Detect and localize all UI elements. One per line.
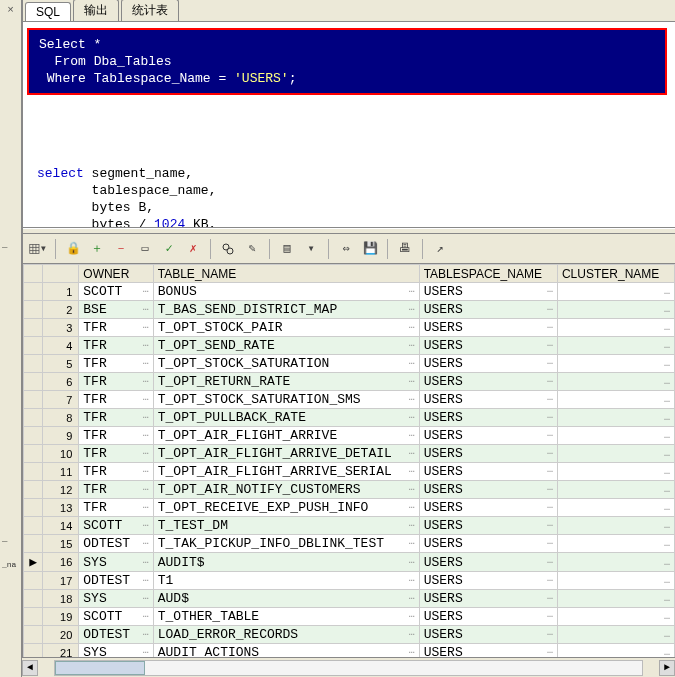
cell-cluster[interactable]: … bbox=[557, 319, 674, 337]
cell-editor-icon[interactable]: … bbox=[543, 374, 553, 385]
cell-tablespace[interactable]: USERS… bbox=[419, 337, 557, 355]
cell-tablespace[interactable]: USERS… bbox=[419, 481, 557, 499]
cell-owner[interactable]: TFR… bbox=[79, 499, 153, 517]
row-indicator-header[interactable] bbox=[24, 265, 43, 283]
table-row[interactable]: 14SCOTT…T_TEST_DM…USERS…… bbox=[24, 517, 675, 535]
cell-editor-icon[interactable]: … bbox=[405, 446, 415, 457]
cell-table-name[interactable]: T1… bbox=[153, 572, 419, 590]
grid-options-icon[interactable]: ▾ bbox=[29, 240, 47, 258]
row-indicator[interactable] bbox=[24, 517, 43, 535]
cell-owner[interactable]: SYS… bbox=[79, 590, 153, 608]
cell-tablespace[interactable]: USERS… bbox=[419, 644, 557, 658]
cell-owner[interactable]: SYS… bbox=[79, 553, 153, 572]
row-number[interactable]: 17 bbox=[43, 572, 79, 590]
cell-editor-icon[interactable]: … bbox=[543, 338, 553, 349]
cell-editor-icon[interactable]: … bbox=[660, 629, 670, 640]
row-indicator[interactable] bbox=[24, 608, 43, 626]
cell-editor-icon[interactable]: … bbox=[660, 376, 670, 387]
cell-cluster[interactable]: … bbox=[557, 463, 674, 481]
cell-editor-icon[interactable]: … bbox=[543, 464, 553, 475]
row-indicator[interactable] bbox=[24, 319, 43, 337]
cell-editor-icon[interactable]: … bbox=[660, 538, 670, 549]
cell-editor-icon[interactable]: … bbox=[139, 446, 149, 457]
row-indicator[interactable] bbox=[24, 481, 43, 499]
cell-editor-icon[interactable]: … bbox=[543, 410, 553, 421]
row-indicator[interactable] bbox=[24, 337, 43, 355]
row-number[interactable]: 3 bbox=[43, 319, 79, 337]
table-row[interactable]: 8TFR…T_OPT_PULLBACK_RATE…USERS…… bbox=[24, 409, 675, 427]
cell-owner[interactable]: BSE… bbox=[79, 301, 153, 319]
table-row[interactable]: 3TFR…T_OPT_STOCK_PAIR…USERS…… bbox=[24, 319, 675, 337]
delete-row-icon[interactable]: － bbox=[112, 240, 130, 258]
cell-owner[interactable]: TFR… bbox=[79, 427, 153, 445]
col-header-tablespace[interactable]: TABLESPACE_NAME bbox=[419, 265, 557, 283]
row-indicator[interactable] bbox=[24, 373, 43, 391]
cell-editor-icon[interactable]: … bbox=[660, 647, 670, 657]
commit-icon[interactable]: ✓ bbox=[160, 240, 178, 258]
cell-owner[interactable]: TFR… bbox=[79, 463, 153, 481]
cell-table-name[interactable]: T_OTHER_TABLE… bbox=[153, 608, 419, 626]
row-indicator[interactable] bbox=[24, 409, 43, 427]
cell-tablespace[interactable]: USERS… bbox=[419, 553, 557, 572]
cell-editor-icon[interactable]: … bbox=[139, 392, 149, 403]
cell-owner[interactable]: TFR… bbox=[79, 481, 153, 499]
cell-owner[interactable]: ODTEST… bbox=[79, 535, 153, 553]
cell-cluster[interactable]: … bbox=[557, 608, 674, 626]
cell-editor-icon[interactable]: … bbox=[543, 627, 553, 638]
cell-editor-icon[interactable]: … bbox=[139, 627, 149, 638]
lock-icon[interactable]: 🔒 bbox=[64, 240, 82, 258]
cell-editor-icon[interactable]: … bbox=[405, 392, 415, 403]
row-indicator[interactable] bbox=[24, 626, 43, 644]
cell-editor-icon[interactable]: … bbox=[543, 446, 553, 457]
cell-tablespace[interactable]: USERS… bbox=[419, 463, 557, 481]
row-number[interactable]: 18 bbox=[43, 590, 79, 608]
cell-tablespace[interactable]: USERS… bbox=[419, 409, 557, 427]
col-header-cluster[interactable]: CLUSTER_NAME bbox=[557, 265, 674, 283]
export-icon[interactable]: ↗ bbox=[431, 240, 449, 258]
cell-owner[interactable]: ODTEST… bbox=[79, 572, 153, 590]
table-row[interactable]: 7TFR…T_OPT_STOCK_SATURATION_SMS…USERS…… bbox=[24, 391, 675, 409]
cell-cluster[interactable]: … bbox=[557, 517, 674, 535]
cell-tablespace[interactable]: USERS… bbox=[419, 535, 557, 553]
horizontal-scrollbar[interactable]: ◄ ► bbox=[22, 657, 675, 677]
cell-editor-icon[interactable]: … bbox=[660, 575, 670, 586]
cell-cluster[interactable]: … bbox=[557, 626, 674, 644]
cell-table-name[interactable]: T_OPT_AIR_NOTIFY_CUSTOMERS… bbox=[153, 481, 419, 499]
cell-table-name[interactable]: T_OPT_PULLBACK_RATE… bbox=[153, 409, 419, 427]
cell-editor-icon[interactable]: … bbox=[660, 304, 670, 315]
table-row[interactable]: 13TFR…T_OPT_RECEIVE_EXP_PUSH_INFO…USERS…… bbox=[24, 499, 675, 517]
cell-owner[interactable]: TFR… bbox=[79, 355, 153, 373]
list-icon[interactable]: ▾ bbox=[302, 240, 320, 258]
cell-editor-icon[interactable]: … bbox=[139, 500, 149, 511]
table-row[interactable]: 2BSE…T_BAS_SEND_DISTRICT_MAP…USERS…… bbox=[24, 301, 675, 319]
cell-editor-icon[interactable]: … bbox=[405, 518, 415, 529]
cell-editor-icon[interactable]: … bbox=[139, 428, 149, 439]
cell-editor-icon[interactable]: … bbox=[660, 502, 670, 513]
row-indicator[interactable] bbox=[24, 572, 43, 590]
cell-editor-icon[interactable]: … bbox=[543, 284, 553, 295]
scroll-right-icon[interactable]: ► bbox=[659, 660, 675, 676]
cell-cluster[interactable]: … bbox=[557, 355, 674, 373]
cell-editor-icon[interactable]: … bbox=[405, 573, 415, 584]
cell-cluster[interactable]: … bbox=[557, 427, 674, 445]
row-number[interactable]: 21 bbox=[43, 644, 79, 658]
cell-owner[interactable]: SYS… bbox=[79, 644, 153, 658]
cell-table-name[interactable]: T_OPT_STOCK_SATURATION… bbox=[153, 355, 419, 373]
cell-owner[interactable]: TFR… bbox=[79, 409, 153, 427]
cell-cluster[interactable]: … bbox=[557, 391, 674, 409]
cell-table-name[interactable]: T_OPT_AIR_FLIGHT_ARRIVE… bbox=[153, 427, 419, 445]
table-row[interactable]: 12TFR…T_OPT_AIR_NOTIFY_CUSTOMERS…USERS…… bbox=[24, 481, 675, 499]
scroll-track[interactable] bbox=[54, 660, 643, 676]
cell-tablespace[interactable]: USERS… bbox=[419, 373, 557, 391]
tab-sql[interactable]: SQL bbox=[25, 2, 71, 21]
cell-owner[interactable]: SCOTT… bbox=[79, 517, 153, 535]
cell-tablespace[interactable]: USERS… bbox=[419, 301, 557, 319]
cell-editor-icon[interactable]: … bbox=[543, 428, 553, 439]
cell-owner[interactable]: SCOTT… bbox=[79, 283, 153, 301]
cell-editor-icon[interactable]: … bbox=[139, 609, 149, 620]
cell-editor-icon[interactable]: … bbox=[660, 557, 670, 568]
row-indicator[interactable] bbox=[24, 499, 43, 517]
cell-editor-icon[interactable]: … bbox=[139, 573, 149, 584]
cell-table-name[interactable]: T_OPT_AIR_FLIGHT_ARRIVE_DETAIL… bbox=[153, 445, 419, 463]
cell-cluster[interactable]: … bbox=[557, 283, 674, 301]
